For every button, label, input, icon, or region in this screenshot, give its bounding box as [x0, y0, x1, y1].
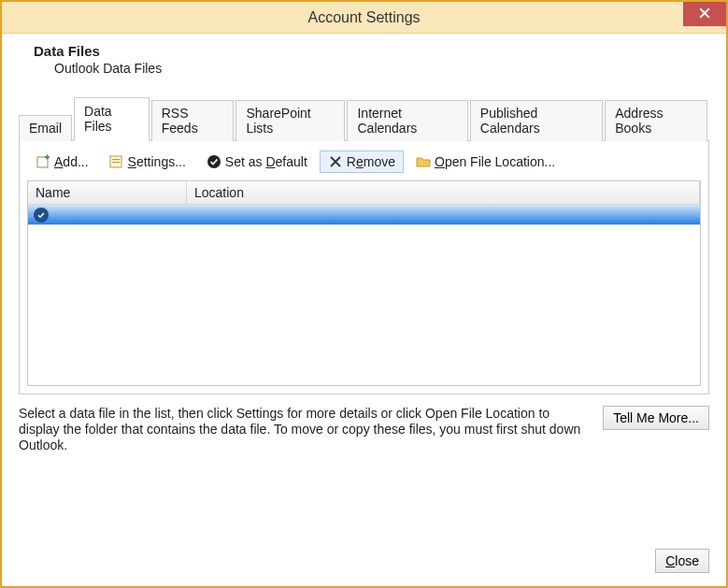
- svg-point-4: [207, 155, 221, 168]
- add-button[interactable]: Add...: [27, 151, 97, 173]
- tab-internet-calendars[interactable]: Internet Calendars: [347, 100, 467, 141]
- svg-rect-2: [112, 159, 120, 160]
- tab-address-books[interactable]: Address Books: [605, 100, 707, 141]
- tell-me-more-button[interactable]: Tell Me More...: [603, 406, 709, 430]
- remove-button[interactable]: Remove: [320, 151, 404, 173]
- svg-rect-3: [112, 162, 120, 163]
- remove-icon: [328, 154, 343, 169]
- toolbar: Add... Settings... Set as Default Remove: [27, 149, 701, 180]
- set-default-button[interactable]: Set as Default: [198, 151, 316, 173]
- titlebar: Account Settings: [2, 2, 726, 34]
- folder-icon: [416, 154, 431, 169]
- tab-published-calendars[interactable]: Published Calendars: [470, 100, 603, 141]
- open-file-location-button[interactable]: Open File Location...: [407, 151, 564, 173]
- table-body: [28, 205, 700, 382]
- settings-icon: [109, 154, 124, 169]
- column-header-location[interactable]: Location: [187, 181, 700, 204]
- remove-label: Remove: [347, 154, 395, 169]
- tab-email[interactable]: Email: [19, 115, 72, 141]
- set-default-label: Set as Default: [225, 154, 307, 169]
- help-row: Select a data file in the list, then cli…: [19, 406, 709, 452]
- page-title: Data Files: [34, 43, 709, 59]
- settings-label: Settings...: [128, 154, 186, 169]
- page-header: Data Files Outlook Data Files: [2, 34, 726, 79]
- window-close-button[interactable]: [683, 2, 726, 26]
- help-text: Select a data file in the list, then cli…: [19, 406, 592, 452]
- column-header-name[interactable]: Name: [28, 181, 187, 204]
- open-file-location-label: Open File Location...: [435, 154, 555, 169]
- tabstrip: Email Data Files RSS Feeds SharePoint Li…: [19, 113, 709, 141]
- account-settings-window: Account Settings Data Files Outlook Data…: [0, 0, 728, 588]
- close-icon: [699, 7, 710, 22]
- settings-button[interactable]: Settings...: [101, 151, 194, 173]
- close-button[interactable]: Close: [655, 549, 709, 573]
- page-subtitle: Outlook Data Files: [54, 61, 709, 76]
- default-indicator-icon: [34, 208, 49, 222]
- table-row[interactable]: [28, 205, 700, 225]
- tab-rss-feeds[interactable]: RSS Feeds: [151, 100, 235, 141]
- svg-rect-0: [37, 157, 48, 167]
- tab-data-files[interactable]: Data Files: [74, 97, 150, 141]
- dialog-footer: Close: [655, 549, 709, 573]
- data-files-panel: Add... Settings... Set as Default Remove: [19, 141, 709, 394]
- add-label: Add...: [54, 154, 89, 169]
- check-circle-icon: [207, 154, 221, 169]
- table-header: Name Location: [28, 181, 700, 205]
- data-files-table: Name Location: [27, 180, 701, 386]
- window-title: Account Settings: [307, 9, 420, 26]
- tab-sharepoint-lists[interactable]: SharePoint Lists: [236, 100, 345, 141]
- add-icon: [36, 154, 50, 169]
